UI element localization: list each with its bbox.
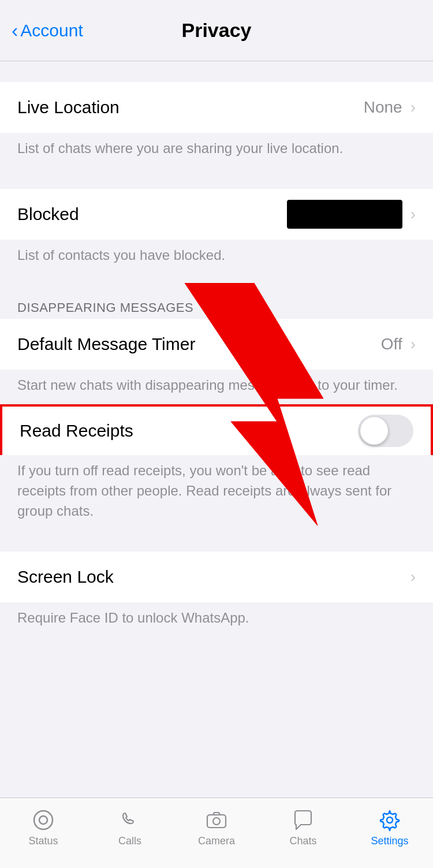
tab-status-label: Status (28, 835, 58, 847)
calls-icon (117, 807, 143, 833)
live-location-label: Live Location (17, 98, 120, 117)
default-timer-label: Default Message Timer (17, 334, 195, 354)
back-button[interactable]: ‹ Account (12, 21, 83, 40)
toggle-knob (360, 417, 388, 445)
svg-point-5 (387, 817, 393, 823)
tab-calls-label: Calls (118, 835, 141, 847)
blocked-redacted (287, 200, 402, 229)
read-receipts-description: If you turn off read receipts, you won't… (0, 455, 433, 530)
blocked-chevron-icon: › (410, 205, 416, 223)
read-receipts-label: Read Receipts (20, 421, 133, 441)
status-icon (31, 807, 56, 833)
svg-point-4 (213, 818, 220, 825)
tab-settings-label: Settings (371, 835, 408, 847)
default-timer-value: Off (381, 335, 402, 353)
blocked-description: List of contacts you have blocked. (0, 240, 433, 275)
screen-lock-description: Require Face ID to unlock WhatsApp. (0, 602, 433, 638)
default-timer-chevron-icon: › (410, 335, 416, 353)
spacer-3 (0, 531, 433, 552)
default-timer-right: Off › (381, 335, 416, 353)
read-receipts-row[interactable]: Read Receipts (0, 404, 433, 455)
read-receipts-toggle[interactable] (358, 415, 413, 447)
screen-lock-right: › (408, 568, 416, 586)
screen-lock-group: Screen Lock › (0, 552, 433, 602)
tab-status[interactable]: Status (0, 807, 87, 847)
default-timer-group: Default Message Timer Off › (0, 319, 433, 370)
svg-rect-3 (207, 815, 226, 828)
live-location-right: None › (364, 98, 416, 117)
screen-lock-row[interactable]: Screen Lock › (0, 552, 433, 602)
screen-lock-chevron-icon: › (410, 568, 416, 586)
back-chevron-icon: ‹ (12, 20, 18, 40)
spacer-1 (0, 168, 433, 189)
blocked-group: Blocked › (0, 189, 433, 240)
header: ‹ Account Privacy (0, 0, 433, 61)
tab-settings[interactable]: Settings (346, 807, 433, 847)
live-location-value: None (364, 98, 402, 117)
top-spacer (0, 61, 433, 82)
camera-icon (204, 807, 229, 833)
tab-camera-label: Camera (198, 835, 235, 847)
live-location-chevron-icon: › (410, 98, 416, 117)
tab-chats[interactable]: Chats (260, 807, 346, 847)
back-label: Account (20, 21, 83, 40)
chats-icon (290, 807, 316, 833)
svg-point-2 (39, 816, 47, 824)
tab-chats-label: Chats (289, 835, 316, 847)
tab-calls[interactable]: Calls (87, 807, 173, 847)
live-location-row[interactable]: Live Location None › (0, 82, 433, 133)
svg-point-1 (34, 811, 53, 829)
tab-bar: Status Calls Camera Chats Settings (0, 798, 433, 868)
tab-camera[interactable]: Camera (173, 807, 260, 847)
live-location-description: List of chats where you are sharing your… (0, 133, 433, 168)
blocked-row[interactable]: Blocked › (0, 189, 433, 240)
settings-icon (377, 807, 402, 833)
screen-lock-label: Screen Lock (17, 567, 114, 587)
read-receipts-group: Read Receipts (0, 404, 433, 455)
live-location-group: Live Location None › (0, 82, 433, 133)
spacer-2 (0, 275, 433, 296)
blocked-label: Blocked (17, 204, 79, 224)
content-area: Live Location None › List of chats where… (0, 61, 433, 713)
disappearing-messages-header: DISAPPEARING MESSAGES (0, 296, 433, 319)
default-timer-description: Start new chats with disappearing messag… (0, 370, 433, 405)
default-timer-row[interactable]: Default Message Timer Off › (0, 319, 433, 370)
blocked-right: › (287, 200, 416, 229)
page-title: Privacy (182, 19, 252, 42)
